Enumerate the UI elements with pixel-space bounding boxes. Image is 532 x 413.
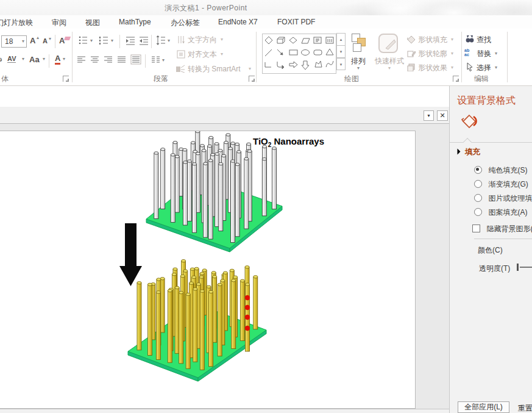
align-text-icon <box>177 50 185 59</box>
tab-review[interactable]: 审阅 <box>52 18 66 28</box>
window-close-button[interactable]: ✕ <box>437 110 448 121</box>
find-button[interactable]: 查找 <box>477 35 491 45</box>
arrange-icon <box>348 34 372 54</box>
text-direction-icon <box>177 35 185 44</box>
radio-off-icon[interactable] <box>474 208 482 216</box>
format-background-pane: 设置背景格式 填充 纯色填充(S) 渐变填充(G) 图片或纹理填充(P) 图案填… <box>449 86 532 413</box>
font-color-icon[interactable]: A <box>55 54 60 65</box>
chevron-down-icon[interactable]: ▾ <box>63 57 65 62</box>
document-area: ▾ ✕ TiO2 Nanoarrays <box>0 86 449 413</box>
shapes-gallery[interactable] <box>262 34 336 74</box>
gradient-fill-option[interactable]: 渐变填充(G) <box>474 178 532 188</box>
picture-fill-option[interactable]: 图片或纹理填充(P) <box>474 192 532 202</box>
font-group-label: 体 <box>1 74 9 84</box>
color-label[interactable]: 颜色(C) <box>478 245 503 256</box>
align-left-icon[interactable] <box>77 56 87 64</box>
columns-icon[interactable] <box>151 56 161 64</box>
radio-off-icon[interactable] <box>474 194 482 202</box>
solid-fill-option[interactable]: 纯色填充(S) <box>474 164 532 174</box>
pattern-fill-option[interactable]: 图案填充(A) <box>474 206 532 216</box>
chevron-down-icon[interactable]: ▾ <box>162 58 165 63</box>
align-center-icon[interactable] <box>90 56 100 64</box>
quick-styles-icon <box>378 34 398 53</box>
checkbox-icon[interactable] <box>472 224 480 232</box>
ribbon: 18 ▾ A ▴ A ▾ A ab AV ▾ Aa ▾ A ▾ 体 ▾ ▾ <box>0 29 532 86</box>
window-title: 演示文稿1 - PowerPoint <box>165 3 247 13</box>
radio-off-icon[interactable] <box>474 180 482 188</box>
chevron-down-icon: ▾ <box>451 51 453 56</box>
replace-icon: abac <box>464 48 475 58</box>
transparency-slider-handle[interactable] <box>517 264 519 271</box>
shape-icons <box>263 34 336 72</box>
tab-view[interactable]: 视图 <box>85 18 100 28</box>
shape-outline-icon <box>407 49 416 57</box>
chevron-down-icon[interactable]: ▾ <box>168 38 170 43</box>
hide-background-option[interactable]: 隐藏背景图形(H) <box>472 223 532 232</box>
increase-font-size-icon[interactable]: A <box>30 36 35 45</box>
chevron-down-icon: ▾ <box>451 65 453 70</box>
decrease-font-size-icon[interactable]: A <box>43 37 48 45</box>
radio-on-icon[interactable] <box>474 166 482 174</box>
replace-button[interactable]: 替换 <box>477 49 491 59</box>
tab-mathtype[interactable]: MathType <box>119 18 151 26</box>
chevron-down-icon: ▾ <box>388 66 391 71</box>
gallery-more-button[interactable]: ▾ <box>336 57 346 70</box>
chevron-down-icon[interactable]: ▾ <box>22 57 24 62</box>
pane-title: 设置背景格式 <box>457 95 516 107</box>
character-spacing-icon[interactable]: AV <box>7 55 16 63</box>
align-right-icon[interactable] <box>104 56 113 64</box>
increase-indent-icon[interactable] <box>138 35 149 45</box>
chevron-down-icon[interactable]: ▾ <box>43 57 45 62</box>
increase-caret-icon: ▴ <box>37 35 39 40</box>
apply-to-all-button[interactable]: 全部应用(L) <box>458 401 509 413</box>
tab-slideshow[interactable]: 幻灯片放映 <box>0 18 33 28</box>
window-minimize-button[interactable]: ▾ <box>424 110 434 121</box>
tab-foxit-pdf[interactable]: FOXIT PDF <box>277 18 315 26</box>
clear-formatting-icon[interactable]: A <box>59 36 65 45</box>
gallery-scroll-up-button[interactable]: ▴ <box>336 33 346 46</box>
slide-canvas: TiO2 Nanoarrays <box>0 124 449 409</box>
convert-smartart-button[interactable]: 转换为 SmartArt <box>188 64 241 74</box>
numbered-list-icon[interactable] <box>99 35 109 45</box>
bullet-list-icon[interactable] <box>78 35 88 45</box>
chevron-down-icon[interactable]: ▾ <box>22 39 24 44</box>
font-dialog-launcher[interactable] <box>63 76 69 82</box>
strikethrough-icon[interactable]: ab <box>0 56 2 63</box>
text-direction-button[interactable]: 文字方向 <box>188 35 217 45</box>
paragraph-dialog-launcher[interactable] <box>249 76 255 82</box>
tab-office-tab[interactable]: 办公标签 <box>171 18 200 28</box>
chevron-down-icon[interactable]: ▾ <box>495 51 497 56</box>
change-case-icon[interactable]: Aa <box>29 55 40 64</box>
align-text-button[interactable]: 对齐文本 <box>188 49 217 60</box>
distribute-text-icon[interactable] <box>130 54 141 65</box>
nanoarray-illustration[interactable] <box>0 131 415 408</box>
drawing-dialog-launcher[interactable] <box>453 76 459 82</box>
pane-divider <box>474 239 532 239</box>
chevron-down-icon[interactable]: ▾ <box>495 65 497 70</box>
shape-effects-button[interactable]: 形状效果 <box>418 63 447 73</box>
drawing-group-label: 绘图 <box>344 74 359 84</box>
reset-background-button[interactable]: 重置 <box>518 403 532 413</box>
chevron-down-icon[interactable]: ▾ <box>357 66 360 71</box>
shape-fill-button[interactable]: 形状填充 <box>418 35 447 45</box>
window-bottom-strip <box>0 409 449 413</box>
decrease-caret-icon: ▾ <box>49 37 51 41</box>
eraser-icon <box>64 37 71 40</box>
decrease-indent-icon[interactable] <box>125 35 136 45</box>
chevron-down-icon[interactable]: ▾ <box>90 38 93 43</box>
editing-group: 查找 abac 替换 ▾ 选择 ▾ 编辑 <box>463 29 507 85</box>
gallery-scroll-down-button[interactable]: ▾ <box>336 45 346 58</box>
transparency-slider-track[interactable] <box>520 267 532 268</box>
select-button[interactable]: 选择 <box>477 63 491 73</box>
line-spacing-icon[interactable] <box>155 35 166 45</box>
justify-icon[interactable] <box>117 56 127 64</box>
pane-tab-divider <box>450 142 532 143</box>
collapse-triangle-icon[interactable] <box>455 149 461 155</box>
chevron-down-icon[interactable]: ▾ <box>111 38 113 43</box>
fill-section-header[interactable]: 填充 <box>465 147 480 157</box>
ribbon-tab-row: 幻灯片放映 审阅 视图 MathType 办公标签 EndNote X7 FOX… <box>0 15 532 29</box>
slide[interactable]: TiO2 Nanoarrays <box>0 131 416 409</box>
tab-endnote[interactable]: EndNote X7 <box>218 18 258 26</box>
font-size-combo[interactable]: 18 ▾ <box>1 35 27 48</box>
shape-outline-button[interactable]: 形状轮廓 <box>418 49 447 59</box>
